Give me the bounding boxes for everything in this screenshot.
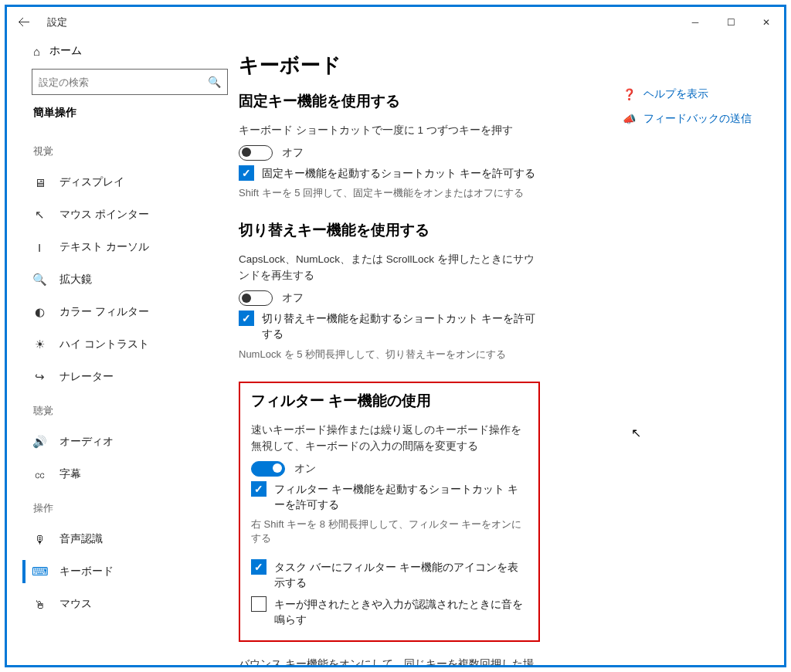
contrast-icon: ☀ <box>32 338 47 351</box>
sticky-keys-section: 固定キー機能を使用する キーボード ショートカットで一度に 1 つずつキーを押す… <box>239 91 540 200</box>
group-label-hearing: 聴覚 <box>22 393 239 426</box>
search-box[interactable]: 🔍 <box>32 69 228 95</box>
maximize-button[interactable]: ☐ <box>713 10 749 35</box>
filter-taskbar-label: タスク バーにフィルター キー機能のアイコンを表示する <box>274 559 528 592</box>
filter-desc: 速いキーボード操作または繰り返しのキーボード操作を無視して、キーボードの入力の間… <box>251 422 528 455</box>
filter-shortcut-checkbox[interactable] <box>251 481 266 497</box>
home-icon: ⌂ <box>33 45 40 58</box>
filter-beep-label: キーが押されたときや入力が認識されたときに音を鳴らす <box>274 596 528 629</box>
togglekeys-toggle[interactable] <box>239 290 273 306</box>
group-label-interaction: 操作 <box>22 490 239 523</box>
mic-icon: 🎙 <box>32 533 47 546</box>
search-input[interactable] <box>39 76 208 88</box>
window-title: 設定 <box>47 15 67 29</box>
home-label: ホーム <box>49 44 82 58</box>
page-title: キーボード <box>239 52 761 79</box>
keyboard-icon: ⌨ <box>32 565 47 579</box>
cc-icon: ㏄ <box>32 467 47 482</box>
nav-magnifier[interactable]: 🔍拡大鏡 <box>22 263 239 296</box>
help-icon: ❓ <box>622 88 636 100</box>
bounce-keys-section: バウンス キー機能をオンにして、同じキーを複数回押した場合に追加のキーボード操作… <box>239 656 540 665</box>
filter-beep-checkbox[interactable] <box>251 596 266 612</box>
bounce-desc: バウンス キー機能をオンにして、同じキーを複数回押した場合に追加のキーボード操作… <box>239 656 540 665</box>
help-link-feedback[interactable]: 📣フィードバックの送信 <box>622 112 784 126</box>
filter-heading: フィルター キー機能の使用 <box>251 391 528 411</box>
category-title: 簡単操作 <box>22 106 239 134</box>
nav-subtitles[interactable]: ㏄字幕 <box>22 458 239 490</box>
nav-color-filter[interactable]: ◐カラー フィルター <box>22 296 239 328</box>
nav-mouse[interactable]: 🖱マウス <box>22 588 239 620</box>
nav-text-cursor[interactable]: Iテキスト カーソル <box>22 231 239 263</box>
cursor-icon: I <box>32 241 47 254</box>
filter-hint: 右 Shift キーを 8 秒間長押しして、フィルター キーをオンにする <box>251 518 528 545</box>
sticky-heading: 固定キー機能を使用する <box>239 91 540 111</box>
togglekeys-shortcut-label: 切り替えキー機能を起動するショートカット キーを許可する <box>262 311 540 343</box>
help-column: ❓ヘルプを表示 📣フィードバックの送信 <box>622 87 784 137</box>
filter-keys-section: フィルター キー機能の使用 速いキーボード操作または繰り返しのキーボード操作を無… <box>239 382 540 643</box>
filter-toggle[interactable] <box>251 461 285 477</box>
close-button[interactable]: ✕ <box>749 10 784 35</box>
nav-mouse-pointer[interactable]: ↖マウス ポインター <box>22 199 239 231</box>
sticky-shortcut-label: 固定キー機能を起動するショートカット キーを許可する <box>262 165 535 182</box>
sticky-shortcut-checkbox[interactable] <box>239 165 254 181</box>
filter-shortcut-label: フィルター キー機能を起動するショートカット キーを許可する <box>274 481 528 514</box>
togglekeys-shortcut-checkbox[interactable] <box>239 311 254 326</box>
sticky-hint: Shift キーを 5 回押して、固定キー機能をオンまたはオフにする <box>239 186 540 200</box>
minimize-button[interactable]: ─ <box>677 10 713 35</box>
home-link[interactable]: ⌂ ホーム <box>22 38 239 66</box>
group-label-visual: 視覚 <box>22 134 239 166</box>
nav-high-contrast[interactable]: ☀ハイ コントラスト <box>22 328 239 361</box>
search-icon: 🔍 <box>208 76 221 88</box>
sticky-toggle-label: オフ <box>282 146 304 160</box>
sticky-desc: キーボード ショートカットで一度に 1 つずつキーを押す <box>239 122 540 139</box>
togglekeys-heading: 切り替えキー機能を使用する <box>239 220 540 240</box>
cursor-icon: ↖ <box>631 426 641 440</box>
toggle-keys-section: 切り替えキー機能を使用する CapsLock、NumLock、または Scrol… <box>239 220 540 361</box>
sticky-toggle[interactable] <box>239 145 273 161</box>
nav-narrator[interactable]: ↪ナレーター <box>22 361 239 393</box>
mouse-icon: 🖱 <box>32 598 47 611</box>
audio-icon: 🔊 <box>32 435 47 449</box>
filter-taskbar-checkbox[interactable] <box>251 559 266 575</box>
sidebar: ⌂ ホーム 🔍 簡単操作 視覚 🖥ディスプレイ ↖マウス ポインター Iテキスト… <box>7 38 239 665</box>
nav-audio[interactable]: 🔊オーディオ <box>22 426 239 458</box>
nav-keyboard[interactable]: ⌨キーボード <box>22 555 239 588</box>
back-button[interactable]: 🡠 <box>7 7 41 38</box>
togglekeys-toggle-label: オフ <box>282 291 304 305</box>
nav-speech[interactable]: 🎙音声認識 <box>22 523 239 555</box>
nav-display[interactable]: 🖥ディスプレイ <box>22 166 239 199</box>
main-content: キーボード ❓ヘルプを表示 📣フィードバックの送信 固定キー機能を使用する キー… <box>239 38 784 665</box>
magnifier-icon: 🔍 <box>32 273 47 287</box>
pointer-icon: ↖ <box>32 208 47 222</box>
filter-toggle-label: オン <box>294 462 316 476</box>
help-link-show-help[interactable]: ❓ヘルプを表示 <box>622 87 784 101</box>
narrator-icon: ↪ <box>32 370 47 384</box>
title-bar: 🡠 設定 ─ ☐ ✕ <box>7 7 784 38</box>
display-icon: 🖥 <box>32 176 47 189</box>
color-filter-icon: ◐ <box>32 305 47 319</box>
togglekeys-hint: NumLock を 5 秒間長押しして、切り替えキーをオンにする <box>239 348 540 361</box>
togglekeys-desc: CapsLock、NumLock、または ScrollLock を押したときにサ… <box>239 251 540 284</box>
feedback-icon: 📣 <box>622 113 636 125</box>
